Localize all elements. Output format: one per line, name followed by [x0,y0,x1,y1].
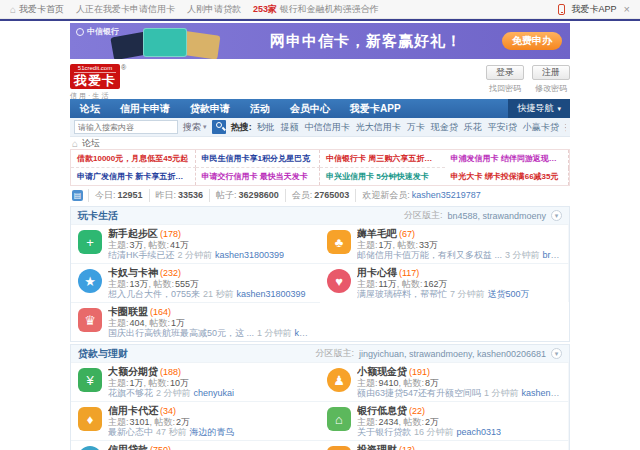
find-password-link[interactable]: 找回密码 [489,83,521,94]
forum-threads: 13万 [130,279,149,289]
last-post[interactable]: 最新心态中47 秒前海边的青鸟 [108,427,235,437]
forum-title[interactable]: 信用贷款(750) [108,444,248,450]
quick-nav-button[interactable]: 快捷导航▾ [508,99,570,118]
close-icon[interactable]: × [624,3,630,15]
site-logo[interactable]: 51credit.com 我爱卡 ® 信用·生活 [70,64,126,101]
topbar-home-link[interactable]: ⌂ 我爱卡首页 [10,3,64,16]
ad-banner[interactable]: 中信银行 网申中信卡，新客赢好礼！ 免费申办 [70,23,570,59]
forum-new-count: (34) [160,406,176,416]
last-post[interactable]: 想入几台大件，0755来21 秒前kashen31800399 [108,289,306,299]
last-post[interactable]: 结清HK手续已还2 分钟前kashen31800399 [108,250,284,260]
forum-item[interactable]: ♣ 薅羊毛吧(67) 主题:1万帖数:33万 邮储信用卡值万能，有利又多权益 .… [320,224,569,263]
last-post[interactable]: 花旗不够花2 分钟前chenyukai [108,388,234,398]
announcement-link[interactable]: 申光大卡 绑卡投保满66减35元 [445,168,570,185]
nav-item[interactable]: 我爱卡APP [340,99,411,118]
credit-card-images [112,28,219,57]
search-input[interactable] [74,120,178,134]
forum-item[interactable]: ⌂ 银行低息贷(22) 主题:2434帖数:2万 关于银行贷款16 分钟前pea… [320,401,569,440]
change-password-link[interactable]: 修改密码 [535,83,567,94]
nav-item[interactable]: 会员中心 [280,99,340,118]
hot-tag[interactable]: 拉卡拉 [565,121,566,134]
collapse-toggle-icon[interactable]: ▾ [551,210,562,221]
forum-item[interactable]: ♟ 小额现金贷(191) 主题:9410帖数:8万 额由63捷贷547还有升额空… [320,362,569,401]
announcement-link[interactable]: 申请交行信用卡 最快当天发卡 [196,168,321,185]
last-post-title: 邮储信用卡值万能，有利又多权益 ... [357,250,502,260]
breadcrumb-item-forum[interactable]: 论坛 [82,137,100,150]
hot-tag[interactable]: 提额 [281,121,299,134]
forum-title[interactable]: 投资理财(13) [357,444,560,450]
stat-posts: 帖子:36298600 [209,189,285,202]
forum-title[interactable]: 信用卡代还(34) [108,405,235,417]
forum-item[interactable]: ♦ 信用卡代还(34) 主题:3101帖数:2万 最新心态中47 秒前海边的青鸟 [71,401,320,440]
last-post[interactable]: 额由63捷贷547还有升额空间吗1 分钟前kashen34561196 [357,388,561,398]
forum-icon: ♣ [327,230,351,254]
forum-title[interactable]: 大额分期贷(188) [108,366,234,378]
announcement-link[interactable]: 申请广发信用卡 新卡享五折优惠 [71,168,196,185]
forum-title[interactable]: 卡圈联盟(164) [108,306,313,318]
forum-item[interactable]: ♛ 卡圈联盟(164) 主题:404帖数:1万 国庆出行高铁航班最高减50元，这… [71,302,320,341]
forum-title[interactable]: 卡奴与卡神(232) [108,267,306,279]
hot-tag[interactable]: 秒批 [257,121,275,134]
forum-posts: 41万 [170,240,189,250]
search-scope-select[interactable]: 搜索 ▾ [183,121,207,134]
hot-tag[interactable]: 光大信用卡 [356,121,401,134]
forum-stats: 主题:1万帖数:33万 [357,240,561,250]
hot-tag[interactable]: 小赢卡贷 [523,121,559,134]
hot-tag[interactable]: 中信信用卡 [305,121,350,134]
hot-tag[interactable]: 现金贷 [431,121,458,134]
app-link[interactable]: 我爱卡APP [572,3,617,16]
nav-item[interactable]: 贷款申请 [180,99,240,118]
section-loan-finance: 贷款与理财 分区版主: jingyichuan, strawandmoeny, … [70,344,570,450]
announcement-link[interactable]: 借款10000元，月息低至45元起 [71,150,196,168]
forum-item[interactable]: + 新手起步区(178) 主题:3万帖数:41万 结清HK手续已还2 分钟前ka… [71,224,320,263]
hot-search-label: 热搜: [231,121,252,134]
last-post[interactable]: 关于银行贷款16 分钟前peach0313 [357,427,501,437]
forum-title[interactable]: 小额现金贷(191) [357,366,561,378]
forum-stats: 主题:11万帖数:162万 [357,279,530,289]
collapse-toggle-icon[interactable]: ▾ [551,348,562,359]
stat-yesterday: 昨日:33536 [149,189,210,202]
forum-item[interactable]: ▤ 投资理财(13) 主题:2013帖数:2万 信用卡理财，美好的事这么多1 小… [320,440,569,450]
topbar-loan-stat: 人刚申请贷款 [187,3,241,16]
section-card-life: 玩卡生活 分区版主: bn4588, strawandmoeny ▾ + 新手起… [70,206,570,342]
section-title[interactable]: 玩卡生活 [78,209,118,223]
banner-apply-button[interactable]: 免费申办 [502,32,562,50]
forum-item[interactable]: ★ 卡奴与卡神(232) 主题:13万帖数:555万 想入几台大件，0755来2… [71,263,320,302]
new-member-link[interactable]: kashen35219787 [412,190,481,200]
forum-posts: 2万 [176,417,190,427]
forum-new-count: (117) [399,268,419,278]
login-button[interactable]: 登录 [486,65,524,80]
announcement-link[interactable]: 申民生信用卡享1积分兑星巴克 [196,150,321,168]
forum-title[interactable]: 新手起步区(178) [108,228,284,240]
hot-tag[interactable]: 乐花 [464,121,482,134]
section-title[interactable]: 贷款与理财 [78,347,128,361]
search-icon [216,122,222,128]
forum-title[interactable]: 银行低息贷(22) [357,405,501,417]
forum-new-count: (164) [150,307,171,317]
nav-item[interactable]: 论坛 [70,99,110,118]
last-post[interactable]: 邮储信用卡值万能，有利又多权益 ...3 分钟前breeze [357,250,561,260]
section-moderators[interactable]: jingyichuan, strawandmoeny, kashen002066… [359,349,546,359]
last-post[interactable]: 满屋玻璃碎料，帮帮忙7 分钟前送货500万 [357,289,530,299]
nav-item[interactable]: 信用卡申请 [110,99,180,118]
last-post[interactable]: 国庆出行高铁航班最高减50元，这 ...1 分钟前kashen24380440 [108,328,313,338]
nav-item[interactable]: 活动 [240,99,280,118]
forum-title[interactable]: 用卡心得(117) [357,267,530,279]
forum-title[interactable]: 薅羊毛吧(67) [357,228,561,240]
announcement-link[interactable]: 申兴业信用卡 5分钟快速发卡 [320,168,445,185]
announcement-link[interactable]: 申浦发信用卡 结伴同游返现万元 [445,150,570,168]
forum-item[interactable]: ♥ 用卡心得(117) 主题:11万帖数:162万 满屋玻璃碎料，帮帮忙7 分钟… [320,263,569,302]
forum-info: 银行低息贷(22) 主题:2434帖数:2万 关于银行贷款16 分钟前peach… [357,405,501,437]
breadcrumb-home-icon[interactable]: ⌂ [72,138,78,149]
search-scope-label: 搜索 [183,121,201,134]
search-button[interactable] [212,120,226,134]
forum-item[interactable]: ¥ 大额分期贷(188) 主题:1万帖数:10万 花旗不够花2 分钟前cheny… [71,362,320,401]
hot-tag[interactable]: 平安i贷 [488,121,517,134]
announcement-link[interactable]: 中信银行卡 周三购六享五折优惠 [320,150,445,168]
forum-item[interactable]: $ 信用贷款(750) 主题:50万帖数:472万 巴士卡全问题2 秒前人在江湖… [71,440,320,450]
forum-stats: 主题:3101帖数:2万 [108,417,235,427]
register-button[interactable]: 注册 [532,65,570,80]
hot-tag[interactable]: 万卡 [407,121,425,134]
section-moderators[interactable]: bn4588, strawandmoeny [447,211,546,221]
site-header: 51credit.com 我爱卡 ® 信用·生活 登录 找回密码 注册 修改密码 [70,59,570,99]
